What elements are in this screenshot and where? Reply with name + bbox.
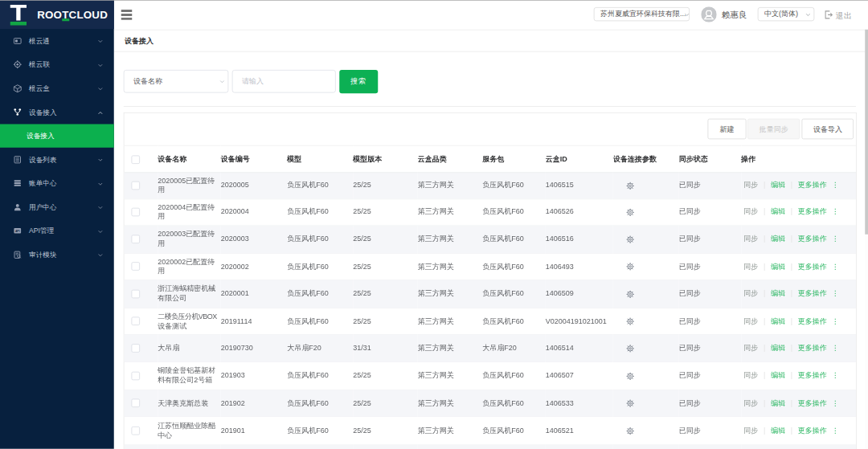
svg-text:API: API [15,230,20,233]
